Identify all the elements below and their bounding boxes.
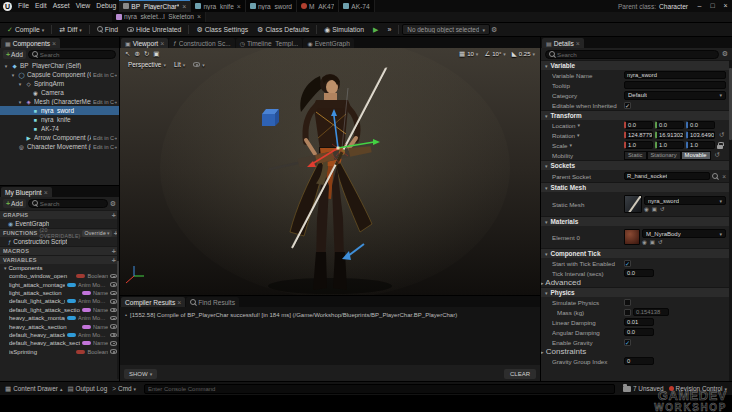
constraints-expander[interactable]: ▸ Constraints bbox=[541, 347, 729, 356]
tooltip-input[interactable] bbox=[624, 81, 726, 89]
tree-item-mesh[interactable]: ▾ ◈ Mesh (CharacterMesh0) Edit in C++ bbox=[0, 97, 119, 106]
reset-asset-icon[interactable]: ↺ bbox=[660, 206, 665, 212]
close-tab-icon[interactable]: × bbox=[182, 3, 186, 10]
mobility-movable-button[interactable]: Movable bbox=[681, 151, 711, 160]
editable-checkbox[interactable]: ✓ bbox=[624, 102, 631, 109]
console-command-input[interactable] bbox=[148, 386, 611, 392]
section-macros[interactable]: MACROS + bbox=[0, 246, 119, 255]
tab-construction-script[interactable]: ƒ Construction Sc... bbox=[169, 38, 234, 48]
tab-details[interactable]: ▤ Details × bbox=[542, 38, 584, 48]
tab-components[interactable]: ▦ Components × bbox=[1, 38, 60, 48]
close-tab-icon[interactable]: × bbox=[237, 3, 241, 10]
add-component-button[interactable]: + Add bbox=[3, 50, 26, 59]
location-x-input[interactable]: 0.0 bbox=[624, 121, 653, 129]
static-mesh-thumbnail[interactable] bbox=[624, 195, 642, 213]
unreal-logo-icon[interactable]: U bbox=[3, 2, 12, 11]
use-selected-asset-icon[interactable]: ◉ bbox=[644, 206, 649, 212]
perspective-dropdown[interactable]: Perspective ▾ bbox=[128, 61, 166, 68]
variable-default-heavy-attack-montage[interactable]: default_heavy_attack_montage Anim Montag… bbox=[0, 331, 119, 339]
section-materials[interactable]: ▾ Materials bbox=[541, 216, 729, 226]
section-sockets[interactable]: ▾ Sockets bbox=[541, 160, 729, 170]
mass-override-checkbox[interactable]: ✓ bbox=[624, 309, 631, 316]
variable-default-heavy-attack-section[interactable]: default_heavy_attack_section Name bbox=[0, 339, 119, 347]
tree-item-charmove[interactable]: ◎ Character Movement (CharMoveComp) Edit… bbox=[0, 142, 119, 151]
section-variable[interactable]: ▾ Variable bbox=[541, 60, 729, 70]
edit-in-cpp-link[interactable]: Edit in C++ bbox=[93, 144, 117, 150]
compile-button[interactable]: ✓ Compile ▾ bbox=[3, 24, 48, 36]
menu-edit[interactable]: Edit bbox=[32, 0, 50, 12]
close-icon[interactable]: × bbox=[177, 299, 181, 306]
scale-x-input[interactable]: 1.0 bbox=[624, 141, 653, 149]
edit-in-cpp-link[interactable]: Edit in C++ bbox=[93, 135, 117, 141]
reset-icon[interactable]: ↺ bbox=[715, 151, 720, 159]
function-item-construction-script[interactable]: ƒ Construction Script bbox=[0, 237, 119, 246]
details-search-input[interactable] bbox=[557, 51, 715, 58]
scale-tool-icon[interactable]: ▣ bbox=[153, 50, 159, 58]
asset-tab-m-ak47[interactable]: M_AK47 bbox=[297, 0, 339, 12]
expand-arrow-icon[interactable]: ▾ bbox=[3, 63, 9, 69]
rotation-y-input[interactable]: 16.913025 bbox=[655, 131, 684, 139]
expand-arrow-icon[interactable]: ▾ bbox=[10, 72, 16, 78]
chevron-down-icon[interactable]: ▾ bbox=[476, 51, 479, 57]
find-button[interactable]: Find bbox=[93, 24, 122, 36]
start-tick-checkbox[interactable]: ✓ bbox=[624, 260, 631, 267]
mass-input[interactable]: 0.154138 bbox=[633, 308, 669, 316]
eye-icon[interactable] bbox=[110, 341, 117, 346]
show-filter-button[interactable]: SHOW ▾ bbox=[124, 369, 157, 379]
console-command-box[interactable] bbox=[144, 384, 615, 394]
tab-eventgraph[interactable]: ◉ EventGraph bbox=[303, 38, 353, 48]
edit-in-cpp-link[interactable]: Edit in C++ bbox=[93, 72, 117, 78]
debug-filter-icon[interactable]: ⚙ bbox=[491, 26, 497, 34]
variable-light-attack-montage[interactable]: light_attack_montage Anim Montage bbox=[0, 280, 119, 288]
debug-object-dropdown[interactable]: No debug object selected ▾ bbox=[402, 24, 490, 35]
add-macro-icon[interactable]: + bbox=[112, 248, 116, 255]
section-graphs[interactable]: GRAPHS + bbox=[0, 210, 119, 219]
minimize-button[interactable]: – bbox=[693, 0, 706, 12]
add-variable-icon[interactable]: + bbox=[112, 257, 116, 264]
advanced-expander[interactable]: ▸ Advanced bbox=[541, 278, 729, 287]
components-search-input[interactable] bbox=[40, 51, 112, 58]
eye-icon[interactable] bbox=[110, 299, 117, 304]
play-button[interactable]: ▶ bbox=[369, 24, 382, 36]
mobility-static-button[interactable]: Static bbox=[624, 151, 647, 160]
scale-y-input[interactable]: 1.0 bbox=[655, 141, 684, 149]
chevron-down-icon[interactable]: ▾ bbox=[577, 122, 580, 128]
scrollbar[interactable] bbox=[117, 210, 119, 379]
clear-button[interactable]: CLEAR bbox=[504, 369, 536, 379]
menu-view[interactable]: View bbox=[73, 0, 94, 12]
close-icon[interactable]: × bbox=[44, 189, 48, 196]
chevron-down-icon[interactable]: ▾ bbox=[577, 132, 580, 138]
class-defaults-button[interactable]: ⚙ Class Defaults bbox=[253, 24, 313, 36]
variable-issprinting[interactable]: isSprinting Boolean bbox=[0, 348, 119, 356]
rotation-snap-icon[interactable]: ∠ bbox=[484, 50, 490, 58]
material-select[interactable]: M_NyraBody ▾ bbox=[642, 229, 726, 238]
menu-file[interactable]: File bbox=[15, 0, 32, 12]
tab-find-results[interactable]: Find Results bbox=[186, 297, 239, 307]
section-transform[interactable]: ▾ Transform bbox=[541, 110, 729, 120]
chevron-down-icon[interactable]: ▾ bbox=[569, 142, 572, 148]
asset-tab-nyra-skeleton[interactable]: nyra_skelet...l_Skeleton × bbox=[112, 11, 206, 22]
reset-icon[interactable]: ↺ bbox=[719, 131, 724, 139]
tree-item-ak74[interactable]: ■ AK-74 bbox=[0, 124, 119, 133]
scale-snap-value[interactable]: 0.25 bbox=[519, 51, 531, 57]
tab-my-blueprint[interactable]: My Blueprint × bbox=[1, 187, 52, 197]
material-thumbnail[interactable] bbox=[624, 229, 640, 245]
reset-asset-icon[interactable]: ↺ bbox=[658, 239, 663, 245]
tick-interval-input[interactable]: 0.0 bbox=[624, 269, 654, 277]
tree-item-camera[interactable]: ◉ Camera bbox=[0, 88, 119, 97]
enable-gravity-checkbox[interactable]: ✓ bbox=[624, 339, 631, 346]
hide-unrelated-button[interactable]: Hide Unrelated bbox=[123, 24, 185, 36]
eye-icon[interactable] bbox=[110, 282, 117, 287]
restore-button[interactable]: □ bbox=[706, 0, 719, 12]
simulate-physics-checkbox[interactable]: ✓ bbox=[624, 299, 631, 306]
rotate-tool-icon[interactable]: ↻ bbox=[144, 50, 149, 58]
details-settings-icon[interactable]: ⚙ bbox=[722, 50, 728, 58]
add-new-button[interactable]: + Add bbox=[3, 199, 26, 208]
section-variables[interactable]: VARIABLES + bbox=[0, 255, 119, 264]
frame-skip-button[interactable]: » bbox=[383, 24, 395, 36]
expand-arrow-icon[interactable]: ▾ bbox=[17, 99, 23, 105]
my-blueprint-search-input[interactable] bbox=[40, 200, 104, 207]
static-mesh-select[interactable]: nyra_sword ▾ bbox=[644, 196, 726, 205]
gravity-group-input[interactable]: 0 bbox=[624, 357, 654, 365]
tab-viewport[interactable]: ▣ Viewport × bbox=[121, 38, 168, 48]
